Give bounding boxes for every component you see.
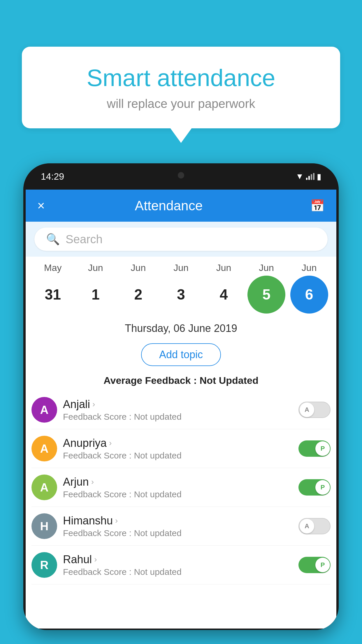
status-bar: 14:29 ▼ ▮ (23, 163, 339, 190)
toggle-thumb-anupriya: P (315, 441, 330, 456)
student-name-rahul[interactable]: Rahul › (63, 553, 293, 566)
bubble-title: Smart attendance (45, 64, 317, 92)
calendar-strip: May Jun Jun Jun Jun Jun Jun 31 1 2 3 4 5… (26, 257, 336, 316)
student-list: A Anjali › Feedback Score : Not updated … (26, 391, 336, 584)
student-item-anjali: A Anjali › Feedback Score : Not updated … (31, 391, 331, 429)
search-bar[interactable]: 🔍 Search (34, 228, 328, 251)
search-icon: 🔍 (46, 233, 60, 246)
month-jun-4: Jun (205, 262, 243, 273)
student-info-anupriya: Anupriya › Feedback Score : Not updated (63, 437, 293, 461)
battery-icon: ▮ (317, 172, 321, 181)
speech-bubble-wrapper: Smart attendance will replace your paper… (22, 47, 340, 128)
student-item-arjun: A Arjun › Feedback Score : Not updated P (31, 468, 331, 507)
bubble-subtitle: will replace your paperwork (45, 97, 317, 111)
avg-feedback-label: Average Feedback : (103, 375, 197, 386)
date-31[interactable]: 31 (34, 276, 72, 314)
date-row: 31 1 2 3 4 5 6 (31, 276, 331, 314)
chevron-icon: › (94, 555, 97, 564)
attendance-toggle-anupriya[interactable]: P (298, 440, 331, 457)
search-input[interactable]: Search (66, 233, 103, 246)
avatar-himanshu: H (31, 513, 57, 539)
app-bar: × Attendance 📅 (26, 190, 336, 222)
front-camera (178, 172, 184, 178)
feedback-score-anjali: Feedback Score : Not updated (63, 412, 293, 422)
toggle-thumb-anjali: A (300, 402, 314, 417)
clock: 14:29 (41, 171, 64, 182)
date-5-today[interactable]: 5 (247, 276, 285, 314)
date-3[interactable]: 3 (162, 276, 200, 314)
notch (169, 163, 193, 171)
student-item-anupriya: A Anupriya › Feedback Score : Not update… (31, 429, 331, 468)
month-jun-6: Jun (290, 262, 328, 273)
month-jun-5: Jun (247, 262, 285, 273)
student-info-anjali: Anjali › Feedback Score : Not updated (63, 398, 293, 422)
toggle-thumb-himanshu: A (300, 519, 314, 533)
feedback-score-anupriya: Feedback Score : Not updated (63, 451, 293, 461)
student-item-rahul: R Rahul › Feedback Score : Not updated P (31, 546, 331, 584)
add-topic-button[interactable]: Add topic (141, 343, 221, 366)
phone-screen: × Attendance 📅 🔍 Search May Jun Jun Jun … (26, 190, 336, 629)
phone-wrapper: 14:29 ▼ ▮ × Attendance 📅 (23, 163, 339, 644)
student-item-himanshu: H Himanshu › Feedback Score : Not update… (31, 507, 331, 546)
selected-date-label: Thursday, 06 June 2019 (26, 316, 336, 337)
month-row: May Jun Jun Jun Jun Jun Jun (31, 262, 331, 273)
month-jun-3: Jun (162, 262, 200, 273)
avatar-anupriya: A (31, 436, 57, 461)
app-title: Attendance (54, 198, 284, 214)
wifi-icon: ▼ (296, 172, 304, 181)
month-may: May (34, 262, 72, 273)
date-6-selected[interactable]: 6 (290, 276, 328, 314)
student-info-arjun: Arjun › Feedback Score : Not updated (63, 476, 293, 499)
avatar-anjali: A (31, 397, 57, 423)
student-name-arjun[interactable]: Arjun › (63, 476, 293, 488)
student-info-rahul: Rahul › Feedback Score : Not updated (63, 553, 293, 577)
avg-feedback-value: Not Updated (200, 375, 259, 386)
toggle-thumb-arjun: P (315, 480, 330, 495)
date-2[interactable]: 2 (119, 276, 157, 314)
avatar-arjun: A (31, 475, 57, 500)
chevron-icon: › (92, 400, 95, 409)
attendance-toggle-arjun[interactable]: P (298, 479, 331, 496)
attendance-toggle-rahul[interactable]: P (298, 557, 331, 573)
month-jun-1: Jun (77, 262, 115, 273)
avg-feedback: Average Feedback : Not Updated (26, 372, 336, 391)
date-1[interactable]: 1 (77, 276, 115, 314)
student-name-himanshu[interactable]: Himanshu › (63, 514, 293, 527)
phone-frame: 14:29 ▼ ▮ × Attendance 📅 (23, 163, 339, 630)
toggle-thumb-rahul: P (315, 558, 330, 572)
feedback-score-rahul: Feedback Score : Not updated (63, 567, 293, 577)
attendance-toggle-himanshu[interactable]: A (298, 518, 331, 534)
chevron-icon: › (115, 516, 118, 525)
close-button[interactable]: × (37, 198, 45, 213)
feedback-score-arjun: Feedback Score : Not updated (63, 489, 293, 499)
chevron-icon: › (109, 438, 112, 448)
student-info-himanshu: Himanshu › Feedback Score : Not updated (63, 514, 293, 538)
student-name-anupriya[interactable]: Anupriya › (63, 437, 293, 449)
calendar-button[interactable]: 📅 (310, 199, 325, 213)
feedback-score-himanshu: Feedback Score : Not updated (63, 528, 293, 538)
avatar-rahul: R (31, 552, 57, 578)
chevron-icon: › (91, 477, 94, 487)
search-wrapper: 🔍 Search (26, 222, 336, 257)
signal-icon (306, 173, 314, 180)
student-name-anjali[interactable]: Anjali › (63, 398, 293, 411)
month-jun-2: Jun (119, 262, 157, 273)
date-4[interactable]: 4 (205, 276, 243, 314)
status-icons: ▼ ▮ (296, 172, 321, 181)
attendance-toggle-anjali[interactable]: A (298, 402, 331, 418)
speech-bubble: Smart attendance will replace your paper… (22, 47, 340, 128)
